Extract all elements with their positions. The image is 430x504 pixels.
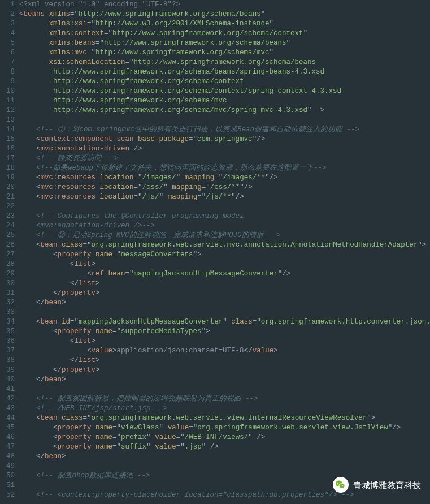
code-line[interactable] [19, 308, 430, 317]
code-line[interactable]: <beans xmlns="http://www.springframework… [19, 10, 430, 19]
code-line[interactable]: <mvc:resources location="/js/" mapping="… [19, 192, 430, 202]
code-line[interactable]: <!-- /WEB-INF/jsp/start.jsp --> [19, 404, 430, 413]
code-line[interactable]: xmlns:beans="http://www.springframework.… [19, 38, 430, 48]
code-line[interactable]: xmlns:context="http://www.springframewor… [19, 29, 430, 38]
code-line[interactable]: <!-- Configures the @Controller programm… [19, 212, 430, 221]
code-line[interactable]: <bean id="mappingJacksonHttpMessageConve… [19, 317, 430, 327]
line-number: 45 [0, 423, 15, 433]
code-line[interactable]: <mvc:resources location="/images/" mappi… [19, 173, 430, 183]
line-number: 20 [0, 183, 15, 192]
line-number: 5 [0, 38, 15, 48]
code-line[interactable]: http://www.springframework.org/schema/mv… [19, 106, 430, 115]
line-number: 29 [0, 269, 15, 279]
code-line[interactable]: xsi:schemaLocation="http://www.springfra… [19, 58, 430, 67]
code-line[interactable]: <!-- ②：启动Spring MVC的注解功能，完成请求和注解POJO的映射 … [19, 231, 430, 240]
line-number: 16 [0, 144, 15, 154]
line-number: 4 [0, 29, 15, 38]
code-line[interactable]: <!-- 配置视图解析器，把控制器的逻辑视频映射为真正的视图 --> [19, 394, 430, 404]
line-number: 3 [0, 19, 15, 29]
line-number: 8 [0, 67, 15, 77]
code-line[interactable]: http://www.springframework.org/schema/co… [19, 87, 430, 96]
code-line[interactable]: <ref bean="mappingJacksonHttpMessageConv… [19, 269, 430, 279]
code-line[interactable]: <value>application/json;charset=UTF-8</v… [19, 346, 430, 356]
code-line[interactable]: <property name="viewClass" value="org.sp… [19, 423, 430, 433]
line-number: 28 [0, 260, 15, 269]
code-line[interactable]: <mvc:annotation-driven />--> [19, 221, 430, 231]
line-number: 42 [0, 394, 15, 404]
line-number: 30 [0, 279, 15, 288]
line-number: 12 [0, 106, 15, 115]
code-line[interactable]: http://www.springframework.org/schema/be… [19, 67, 430, 77]
line-number: 34 [0, 317, 15, 327]
line-number: 17 [0, 154, 15, 163]
line-number: 14 [0, 125, 15, 135]
code-line[interactable]: <bean class="org.springframework.web.ser… [19, 413, 430, 423]
line-number: 1 [0, 0, 15, 10]
line-number-gutter: 1234567891011121314151617181920212223242… [0, 0, 19, 504]
line-number: 27 [0, 250, 15, 260]
line-number: 18 [0, 163, 15, 173]
code-line[interactable]: </list> [19, 356, 430, 365]
line-number: 47 [0, 442, 15, 452]
code-line[interactable]: <!-- ①：对com.springmvc包中的所有类进行扫描，以完成Bean创… [19, 125, 430, 135]
code-line[interactable] [19, 115, 430, 125]
line-number: 6 [0, 48, 15, 58]
code-area[interactable]: <?xml version="1.0" encoding="UTF-8"?><b… [19, 0, 430, 504]
code-line[interactable]: <list> [19, 337, 430, 346]
line-number: 9 [0, 77, 15, 87]
code-line[interactable]: xmlns:mvc="http://www.springframework.or… [19, 48, 430, 58]
code-line[interactable] [19, 385, 430, 394]
code-line[interactable]: <!-- 静态资源访问 --> [19, 154, 430, 163]
code-line[interactable]: <?xml version="1.0" encoding="UTF-8"?> [19, 0, 430, 10]
line-number: 40 [0, 375, 15, 385]
line-number: 25 [0, 231, 15, 240]
line-number: 11 [0, 96, 15, 106]
code-line[interactable]: </list> [19, 279, 430, 288]
code-line[interactable]: <mvc:resources location="/css/" mapping=… [19, 183, 430, 192]
line-number: 26 [0, 240, 15, 250]
line-number: 19 [0, 173, 15, 183]
code-line[interactable]: <bean class="org.springframework.web.ser… [19, 240, 430, 250]
line-number: 10 [0, 87, 15, 96]
code-line[interactable]: <property name="suffix" value=".jsp" /> [19, 442, 430, 452]
watermark-text: 青城博雅教育科技 [353, 480, 421, 490]
line-number: 46 [0, 433, 15, 442]
line-number: 37 [0, 346, 15, 356]
code-line[interactable]: <!--如果webapp下你新建了文件夹，想访问里面的静态资源，那么就要在这配置… [19, 163, 430, 173]
code-line[interactable]: </bean> [19, 375, 430, 385]
code-line[interactable]: <property name="prefix" value="/WEB-INF/… [19, 433, 430, 442]
code-line[interactable]: </property> [19, 365, 430, 375]
code-line[interactable]: </bean> [19, 452, 430, 462]
code-line[interactable]: xmlns:xsi="http://www.w3.org/2001/XMLSch… [19, 19, 430, 29]
code-line[interactable]: <property name="messageConverters"> [19, 250, 430, 260]
code-editor[interactable]: 1234567891011121314151617181920212223242… [0, 0, 430, 504]
line-number: 24 [0, 221, 15, 231]
code-line[interactable]: <mvc:annotation-driven /> [19, 144, 430, 154]
line-number: 48 [0, 452, 15, 462]
line-number: 39 [0, 365, 15, 375]
code-line[interactable]: </bean> [19, 298, 430, 308]
line-number: 49 [0, 462, 15, 471]
code-line[interactable] [19, 462, 430, 471]
line-number: 33 [0, 308, 15, 317]
code-line[interactable] [19, 202, 430, 212]
code-line[interactable]: </property> [19, 288, 430, 298]
line-number: 15 [0, 135, 15, 144]
line-number: 21 [0, 192, 15, 202]
line-number: 38 [0, 356, 15, 365]
watermark: 青城博雅教育科技 [333, 477, 421, 493]
code-line[interactable]: http://www.springframework.org/schema/co… [19, 77, 430, 87]
line-number: 7 [0, 58, 15, 67]
line-number: 51 [0, 481, 15, 490]
line-number: 43 [0, 404, 15, 413]
line-number: 52 [0, 490, 15, 500]
line-number: 22 [0, 202, 15, 212]
code-line[interactable]: http://www.springframework.org/schema/mv… [19, 96, 430, 106]
line-number: 32 [0, 298, 15, 308]
code-line[interactable]: <list> [19, 260, 430, 269]
line-number: 35 [0, 327, 15, 337]
line-number: 13 [0, 115, 15, 125]
code-line[interactable]: <context:component-scan base-package="co… [19, 135, 430, 144]
code-line[interactable]: <property name="supportedMediaTypes"> [19, 327, 430, 337]
line-number: 41 [0, 385, 15, 394]
